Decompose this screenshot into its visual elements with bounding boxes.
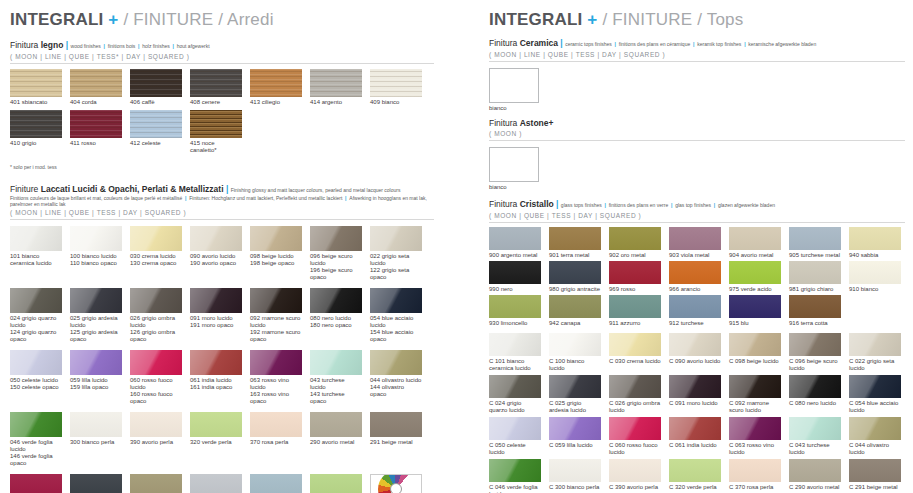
finish-label: C 080 nero lucido xyxy=(789,400,841,414)
finish-swatch xyxy=(250,69,302,97)
finish-label: 413 ciliegio xyxy=(250,99,302,106)
finish-label: 300 bianco perla xyxy=(70,439,122,453)
finish-swatch xyxy=(789,375,841,398)
finish-label: 406 caffè xyxy=(130,99,182,106)
section-laccati: Finiture Laccati Lucidi & Opachi, Perlat… xyxy=(10,184,434,493)
finish-swatch xyxy=(130,69,182,97)
finish-cell: 912 turchese xyxy=(669,295,721,327)
finish-swatch xyxy=(489,459,541,482)
finish-label: 916 terra cotta xyxy=(789,320,841,327)
finish-cell: 411 rosso xyxy=(70,110,122,147)
finish-swatch xyxy=(370,69,422,97)
section-header: Finitura Astone+ xyxy=(489,118,905,128)
section-astone: Finitura Astone+ ( MOON ) bianco xyxy=(489,118,905,191)
finish-cell: C 026 grigio ombra lucido xyxy=(609,375,661,414)
finish-label: 903 viola metal xyxy=(669,252,721,259)
brand-text: INTEGRALI xyxy=(489,10,582,29)
finish-cell: C 290 avorio metal xyxy=(789,459,841,491)
finish-swatch xyxy=(849,417,901,440)
finish-label: 930 limoncello xyxy=(489,320,541,327)
swatch-row: 930 limoncello942 canapa911 azzurro912 t… xyxy=(489,295,905,327)
finish-label: C 059 lilla lucido xyxy=(549,442,601,449)
swatch-row: 046 verde foglia lucido 146 verde foglia… xyxy=(10,412,434,467)
finish-cell: 030 crema lucido 130 crema opaco xyxy=(130,226,182,267)
finish-cell: 061 india lucido 161 india opaco xyxy=(190,350,242,391)
finish-swatch xyxy=(789,333,841,356)
finish-cell: 415 noce canaletto* xyxy=(190,110,242,154)
finish-swatch xyxy=(310,69,362,97)
swatch-row: C 101 bianco ceramica lucidoC 100 bianco… xyxy=(489,333,905,372)
finish-swatch xyxy=(130,288,182,313)
finish-label: C 291 beige metal xyxy=(849,484,901,491)
finish-cell: 404 corda xyxy=(70,69,122,106)
divider xyxy=(489,140,905,141)
finish-label: 915 blu xyxy=(729,320,781,327)
finish-label: 942 canapa xyxy=(549,320,601,327)
finish-swatch xyxy=(190,226,242,251)
finish-swatch xyxy=(310,288,362,313)
finish-swatch xyxy=(70,110,122,138)
finish-swatch xyxy=(250,226,302,251)
page-title: INTEGRALI + / FINITURE / Tops xyxy=(489,10,905,30)
finish-cell: 024 grigio quarzo lucido 124 grigio quar… xyxy=(10,288,62,343)
translation-segment: holz finishes xyxy=(142,43,176,49)
finish-cell: C 100 bianco lucido xyxy=(549,333,601,372)
finish-swatch xyxy=(10,69,62,97)
finish-label: 910 bianco xyxy=(849,286,901,293)
models-line: ( MOON | LINE | QUBE | TESS | DAY | SQUA… xyxy=(489,51,905,58)
finish-label: 911 azzurro xyxy=(609,320,661,327)
finish-label: 902 oro metal xyxy=(609,252,661,259)
finish-cell: 901 terra metal xyxy=(549,227,601,259)
finish-cell: C 060 rosso fuoco lucido xyxy=(609,417,661,456)
finish-swatch xyxy=(789,459,841,482)
finish-cell: 290 avorio metal xyxy=(310,412,362,453)
finish-cell: bianco xyxy=(489,68,539,112)
finish-label: 411 rosso xyxy=(70,140,122,147)
finish-swatch xyxy=(549,295,601,318)
finish-cell: 090 avorio lucido 190 avorio opaco xyxy=(190,226,242,267)
finish-swatch xyxy=(10,226,62,251)
finish-cell: C 320 verde perla xyxy=(669,459,721,491)
finish-label: 904 avorio metal xyxy=(729,252,781,259)
section-subtitle: Finishing glossy and matt lacquer colour… xyxy=(231,187,401,193)
finish-swatch xyxy=(130,412,182,437)
finish-swatch xyxy=(849,375,901,398)
finish-cell: C 061 india lucido xyxy=(669,417,721,449)
finish-label: C 030 crema lucido xyxy=(609,358,661,372)
section-prefix: Finitura xyxy=(489,199,520,209)
finish-label: 969 rosso xyxy=(609,286,661,293)
finish-label: C 091 moro lucido xyxy=(669,400,721,414)
divider xyxy=(10,219,434,220)
finish-swatch xyxy=(549,417,601,440)
finish-cell: 981 grigio chiaro xyxy=(789,261,841,293)
finish-label: 061 india lucido 161 india opaco xyxy=(190,377,242,391)
finish-label: 026 grigio ombra lucido 126 grigio ombra… xyxy=(130,315,182,343)
finish-label: bianco xyxy=(489,184,539,191)
swatch-row: C 046 verde foglia lucidoC 300 bianco pe… xyxy=(489,459,905,493)
divider xyxy=(10,63,434,64)
page-arredi: INTEGRALI + / FINITURE / Arredi Finitura… xyxy=(10,0,434,493)
finish-cell: 902 oro metal xyxy=(609,227,661,259)
models-line: ( MOON | LINE | QUBE | TESS* | DAY | SQU… xyxy=(10,53,434,60)
finish-label: 025 grigio ardesia lucido 125 grigio ard… xyxy=(70,315,122,343)
finish-swatch xyxy=(70,350,122,375)
translation-segment: Finituren: Hochglanz und matt lackiert, … xyxy=(189,195,349,201)
finish-swatch xyxy=(789,417,841,440)
finish-cell: 059 lilla lucido 159 lilla opaco xyxy=(70,350,122,391)
finish-label: C 060 rosso fuoco lucido xyxy=(609,442,661,456)
finish-label: 091 moro lucido 191 moro opaco xyxy=(190,315,242,329)
finish-label: 370 rosa perla xyxy=(250,439,302,453)
finish-cell: 904 avorio metal xyxy=(729,227,781,259)
finish-label: C 025 grigio ardesia lucido xyxy=(549,400,601,414)
finish-cell: 222 grigio antra metal xyxy=(70,474,122,493)
finish-swatch xyxy=(70,226,122,251)
finish-label: C 063 rosso vino lucido xyxy=(729,442,781,456)
finish-swatch xyxy=(70,474,122,493)
finish-swatch xyxy=(370,226,422,251)
finish-swatch xyxy=(609,261,661,284)
finish-label: C 050 celeste lucido xyxy=(489,442,541,456)
finish-cell: 092 marrone scuro lucido 192 marrone scu… xyxy=(250,288,302,343)
finish-cell: 390 avorio perla xyxy=(130,412,182,453)
finish-cell: 410 grigio xyxy=(10,110,62,147)
breadcrumb: / FINITURE / Tops xyxy=(602,10,743,29)
